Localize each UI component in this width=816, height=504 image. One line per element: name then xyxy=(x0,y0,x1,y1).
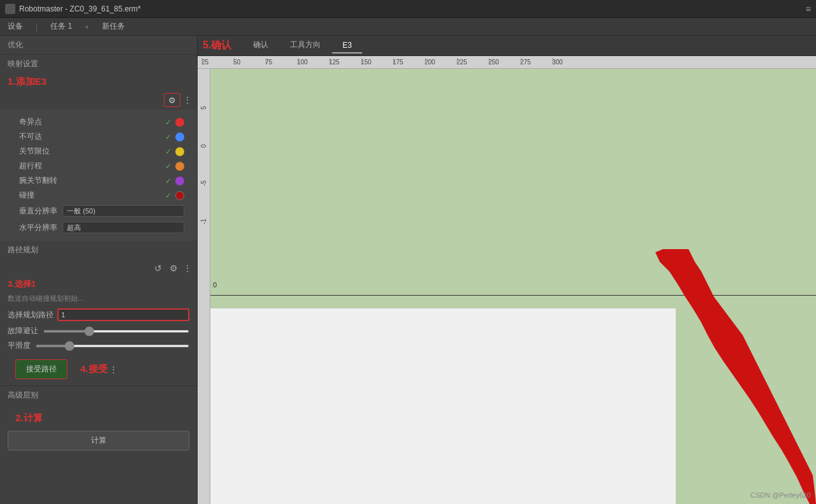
unreachable-dot xyxy=(175,133,184,141)
ruler-mark-75: 75 xyxy=(265,59,297,66)
accept-path-button[interactable]: 接受路径 xyxy=(15,359,68,379)
collision-dot xyxy=(175,191,184,200)
refresh-button[interactable]: ↺ xyxy=(152,262,164,275)
annotation-calculate: 2.计算 xyxy=(8,410,189,427)
vertical-res-select[interactable]: 一般 (50) xyxy=(62,205,184,217)
window-title: Robotmaster - ZC0_39_61_85.erm* xyxy=(19,4,141,13)
collision-label: 碰撞 xyxy=(19,190,34,201)
wrist-flip-label: 腕关节翻转 xyxy=(19,175,57,186)
send-auto-plan-row[interactable]: 数送自动碰撞规划初始... xyxy=(0,291,197,306)
overtravel-check[interactable]: ✓ xyxy=(165,162,171,171)
ruler-mark-125: 125 xyxy=(329,59,361,66)
calculate-button[interactable]: 计算 xyxy=(8,431,189,450)
menu-task1[interactable]: 任务 1 xyxy=(48,20,75,33)
accept-more-icon[interactable]: ⋮ xyxy=(109,364,118,375)
horizontal-res-label: 水平分辨率 xyxy=(13,222,57,233)
mapping-section: 映射设置 1.添加E3 ⚙ ⋮ 奇异点 ✓ 不可达 xyxy=(0,55,197,241)
unreachable-check[interactable]: ✓ xyxy=(165,133,171,141)
menu-dots-icon[interactable]: ≡ xyxy=(806,4,811,14)
ruler-mark-v-neg1: -1 xyxy=(200,186,207,224)
ruler-mark-v-5: 5 xyxy=(200,71,207,110)
ruler-mark-50: 50 xyxy=(233,59,265,66)
wrist-flip-check[interactable]: ✓ xyxy=(165,176,171,185)
singularity-dot xyxy=(175,118,184,127)
joint-limit-check[interactable]: ✓ xyxy=(165,147,171,156)
horizontal-resolution-row: 水平分辨率 超高 xyxy=(0,219,197,236)
ruler-mark-250: 250 xyxy=(488,59,520,66)
obstacle-label: 故障避让 xyxy=(8,326,38,336)
path-settings-button[interactable]: ⚙ xyxy=(167,262,180,275)
section-header-advanced[interactable]: 高级层别 xyxy=(0,386,197,405)
section-header-mapping[interactable]: 映射设置 xyxy=(0,55,197,73)
obstacle-slider[interactable] xyxy=(43,330,189,333)
accept-row: 接受路径 4.接受 ⋮ xyxy=(0,353,197,385)
tab-tool-direction[interactable]: 工具方向 xyxy=(280,37,331,54)
optimize-section: 优化 xyxy=(0,36,197,55)
collision-check[interactable]: ✓ xyxy=(165,191,171,200)
ruler-mark-150: 150 xyxy=(361,59,393,66)
gear-settings-button[interactable]: ⚙ xyxy=(164,93,180,107)
viewport[interactable]: 25 50 75 100 125 150 175 200 225 250 275… xyxy=(198,56,816,504)
menu-device[interactable]: 设备 xyxy=(5,20,26,33)
joint-limit-dot xyxy=(175,147,184,156)
ruler-mark-v-neg5: -5 xyxy=(200,148,207,186)
ruler-mark-300: 300 xyxy=(552,59,584,66)
overtravel-label: 超行程 xyxy=(19,161,42,171)
sidebar: 优化 映射设置 1.添加E3 ⚙ ⋮ 奇异点 ✓ xyxy=(0,36,198,504)
error-unreachable: 不可达 ✓ xyxy=(0,129,197,144)
ruler-mark-100: 100 xyxy=(297,59,329,66)
vertical-res-label: 垂直分辨率 xyxy=(13,206,57,217)
right-axis-label-0: 0 xyxy=(213,281,217,289)
error-overtravel: 超行程 ✓ xyxy=(0,159,197,173)
titlebar: Robotmaster - ZC0_39_61_85.erm* ≡ xyxy=(0,0,816,18)
annotation-select1: 3.选择1 xyxy=(0,277,197,291)
path-more-icon[interactable]: ⋮ xyxy=(183,263,192,273)
tab-e3[interactable]: E3 xyxy=(332,38,362,54)
ruler-mark-200: 200 xyxy=(425,59,456,66)
section-header-path[interactable]: 路径规划 xyxy=(0,241,197,259)
calc-section: 2.计算 计算 xyxy=(0,405,197,456)
singularity-label: 奇异点 xyxy=(19,117,42,127)
tab-confirm[interactable]: 确认 xyxy=(243,37,279,54)
ruler-mark-25: 25 xyxy=(201,59,233,66)
smooth-slider-row: 平滑度 xyxy=(0,338,197,353)
ruler-top: 25 50 75 100 125 150 175 200 225 250 275… xyxy=(198,56,816,69)
white-area xyxy=(210,308,676,504)
error-collision: 碰撞 ✓ xyxy=(0,188,197,203)
annotation-add-e3: 1.添加E3 xyxy=(0,73,197,90)
path-number-select[interactable]: 1 2 3 xyxy=(59,310,188,320)
error-wrist-flip: 腕关节翻转 ✓ xyxy=(0,173,197,188)
ruler-mark-175: 175 xyxy=(393,59,425,66)
content-area: 5.确认 确认 工具方向 E3 25 50 75 100 125 150 175… xyxy=(198,36,816,504)
advanced-section-wrapper: 高级层别 xyxy=(0,386,197,405)
obstacle-slider-row: 故障避让 xyxy=(0,324,197,338)
main-layout: 优化 映射设置 1.添加E3 ⚙ ⋮ 奇异点 ✓ xyxy=(0,36,816,504)
smooth-label: 平滑度 xyxy=(8,340,31,351)
vertical-resolution-row: 垂直分辨率 一般 (50) xyxy=(0,203,197,219)
ruler-left: 5 0 -5 -1 xyxy=(198,69,210,504)
menu-new-task[interactable]: 新任务 xyxy=(99,20,127,33)
wrist-flip-dot xyxy=(175,176,184,185)
path-toolbar: ↺ ⚙ ⋮ xyxy=(0,259,197,277)
section-header-optimize[interactable]: 优化 xyxy=(0,36,197,54)
ruler-mark-275: 275 xyxy=(520,59,552,66)
app-icon xyxy=(5,4,15,14)
error-singularity: 奇异点 ✓ xyxy=(0,115,197,129)
gear-area: ⚙ ⋮ xyxy=(0,90,197,110)
error-joint-limit: 关节限位 ✓ xyxy=(0,144,197,159)
tabbar: 5.确认 确认 工具方向 E3 xyxy=(198,36,816,56)
annotation-confirm: 5.确认 xyxy=(203,39,242,52)
ruler-marks-top: 25 50 75 100 125 150 175 200 225 250 275… xyxy=(201,59,584,66)
path-select-label: 选择规划路径 xyxy=(8,310,54,320)
more-options-icon[interactable]: ⋮ xyxy=(183,95,192,105)
overtravel-dot xyxy=(175,162,184,171)
singularity-check[interactable]: ✓ xyxy=(165,118,171,127)
horizontal-res-select[interactable]: 超高 xyxy=(62,222,184,233)
menubar: 设备 | 任务 1 + 新任务 xyxy=(0,18,816,36)
smooth-slider[interactable] xyxy=(36,345,189,347)
ruler-mark-225: 225 xyxy=(456,59,488,66)
annotation-accept: 4.接受 xyxy=(80,363,108,375)
joint-limit-label: 关节限位 xyxy=(19,146,50,157)
ruler-mark-v-0: 0 xyxy=(200,110,207,148)
canvas-area xyxy=(210,69,816,504)
